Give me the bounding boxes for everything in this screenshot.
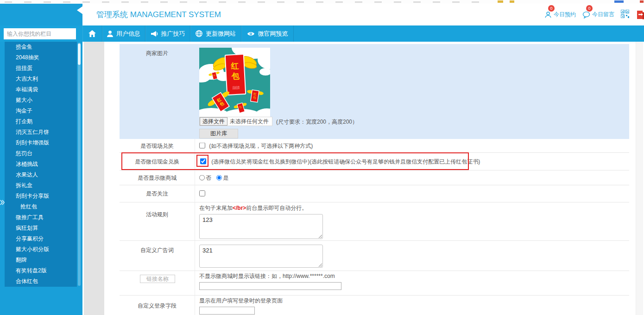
page-scrollbar[interactable] (636, 42, 643, 315)
sidebar-item[interactable]: 刮刮卡增强版 (5, 138, 77, 148)
megaphone-icon (151, 31, 158, 37)
ad-words-textarea[interactable]: 321 (199, 245, 323, 268)
radio-label: 否 (206, 174, 211, 181)
row-activity-rules: 活动规则 在句子末尾加</br>前台显示即可自动分行。 123 (120, 202, 629, 241)
header-bar: 管理系统 MANAGEMENT SYSTEM 0 今日预约 0 今日留言 (82, 4, 644, 25)
nav-update-microsite[interactable]: 更新微网站 (190, 25, 241, 42)
sidebar-item[interactable]: 扭扭蛋 (5, 63, 77, 74)
remnant-mark (510, 0, 514, 3)
sidebar-item[interactable]: 疯狂划算 (5, 223, 77, 233)
sidebar-item[interactable]: 微推广工具 (5, 212, 77, 223)
wechat-cash-checkbox[interactable] (200, 158, 206, 164)
sidebar-item[interactable]: 淘金子 (5, 106, 77, 116)
image-gallery-button[interactable]: 图片库 (199, 129, 238, 139)
sidebar-scrollbar-thumb[interactable] (78, 44, 81, 65)
sidebar-item[interactable]: 大吉大利 (5, 74, 77, 84)
eye-icon (247, 31, 255, 37)
svg-text:囍囍: 囍囍 (232, 86, 240, 90)
follow-checkbox[interactable] (199, 190, 205, 196)
sidebar-item[interactable]: 打企鹅 (5, 116, 77, 127)
sidebar-item[interactable]: 惩罚台 (5, 148, 77, 159)
sidebar-scrollbar-track[interactable] (78, 43, 81, 286)
remnant-text-dashes (5, 1, 486, 3)
row-login-field: 自定义登录字段 显示在用户填写登录时的登录页面 (120, 296, 629, 315)
hint-text: 前台显示即可自动分行。 (246, 205, 307, 211)
link-input[interactable] (199, 282, 341, 290)
user-icon (107, 31, 113, 37)
browser-chrome-remnant (0, 0, 644, 4)
nav-promotion-tips[interactable]: 推广技巧 (145, 25, 190, 42)
field-label: 商家图片 (120, 50, 195, 57)
field-label: 活动规则 (120, 211, 195, 219)
nav-label: 推广技巧 (161, 30, 185, 38)
sidebar-item[interactable]: 刮刮卡分享版 (5, 191, 77, 202)
link-hint: 不显示微商城时显示该链接：如，http://www.******.com (199, 272, 625, 280)
chat-bubble-icon (582, 11, 590, 19)
size-requirement-hint: (尺寸要求：宽度200，高度200） (276, 118, 358, 126)
hint-text: 在句子末尾加 (199, 205, 233, 211)
reservation-badge: 0 (548, 5, 555, 12)
red-envelope-image: 红 包 囍囍 红 红 包 红 (199, 48, 270, 117)
rules-hint: 在句子末尾加</br>前台显示即可自动分行。 (199, 204, 625, 212)
mall-yes-radio[interactable] (216, 175, 222, 180)
sidebar-item-selected[interactable]: 抢红包 (5, 202, 77, 212)
hint-br-tag: </br> (233, 205, 246, 211)
link-name-label-box: 链接名称 (140, 275, 175, 283)
row-wechat-cash: 是否微信现金兑换 (选择微信兑奖将现金红包兑换到微信中)(选此按钮请确保公众号有… (120, 153, 629, 170)
row-need-follow: 是否关注 (120, 185, 629, 202)
settings-form: 商家图片 (120, 44, 629, 315)
globe-icon (196, 30, 202, 37)
sidebar-item[interactable]: 合体红包 (5, 276, 77, 287)
rules-textarea[interactable]: 123 (199, 214, 323, 239)
sidebar-item[interactable]: 2048抽奖 (5, 52, 77, 63)
sidebar-item[interactable]: 消灭五仁月饼 (5, 127, 77, 138)
sidebar-item[interactable]: 冰桶挑战 (5, 159, 77, 170)
qr-code-icon[interactable] (621, 10, 629, 20)
selected-item-arrow-icon (0, 199, 5, 207)
today-reservation-label: 今日预约 (554, 11, 576, 19)
sidebar-menu: 捞金鱼 2048抽奖 扭扭蛋 大吉大利 幸福满袋 赌大小 淘金子 打企鹅 消灭五… (5, 42, 77, 287)
remnant-mark (614, 0, 624, 3)
radio-label: 是 (223, 174, 228, 181)
home-icon (88, 30, 96, 37)
row-ad-words: 自定义广告词 321 (120, 241, 629, 271)
radio-option-yes[interactable]: 是 (216, 174, 228, 181)
merchant-image-preview: 红 包 囍囍 红 红 包 红 (199, 48, 270, 117)
sidebar-item[interactable]: 赌大小积分版 (5, 244, 77, 255)
row-show-mall: 是否显示微商城 否 是 (120, 170, 629, 185)
page-title: 管理系统 MANAGEMENT SYSTEM (96, 9, 221, 20)
svg-text:包: 包 (231, 72, 240, 81)
svg-text:红: 红 (253, 92, 257, 96)
file-input[interactable]: 选择文件 未选择任何文件 (199, 117, 272, 126)
nav-user-info[interactable]: 用户信息 (102, 25, 145, 42)
login-field-hint: 显示在用户填写登录时的登录页面 (199, 297, 625, 305)
sidebar-item[interactable]: 有奖转盘2版 (5, 265, 77, 276)
mall-no-radio[interactable] (199, 175, 205, 180)
sidebar-item[interactable]: 幸福满袋 (5, 84, 77, 95)
choose-file-button[interactable]: 选择文件 (200, 117, 227, 126)
onsite-redeem-checkbox[interactable] (199, 142, 205, 148)
search-input[interactable] (4, 31, 81, 37)
nav-microsite-preview[interactable]: 微官网预览 (241, 25, 294, 42)
today-message-button[interactable]: 0 今日留言 (582, 11, 614, 19)
radio-option-no[interactable]: 否 (199, 174, 211, 181)
sidebar-item[interactable]: 拆礼盒 (5, 180, 77, 191)
sidebar-item[interactable]: 分享赢积分 (5, 233, 77, 244)
today-reservation-button[interactable]: 0 今日预约 (544, 11, 576, 19)
sidebar-item[interactable]: 翻牌 (5, 255, 77, 265)
field-label: 自定义登录字段 (120, 302, 195, 310)
field-label: 是否关注 (120, 190, 195, 198)
logout-exit-icon[interactable] (637, 10, 644, 19)
sidebar-search (4, 28, 76, 39)
nav-label: 更新微网站 (206, 30, 236, 38)
nav-home[interactable] (82, 25, 102, 42)
svg-text:红: 红 (230, 62, 239, 71)
sidebar-item[interactable]: 赌大小 (5, 95, 77, 106)
main-nav: 用户信息 推广技巧 更新微网站 微官网预览 (82, 25, 644, 42)
sidebar-item[interactable]: 捞金鱼 (5, 42, 77, 52)
no-file-text: 未选择任何文件 (227, 118, 269, 126)
row-link-name: 链接名称 不显示微商城时显示该链接：如，http://www.******.co… (120, 271, 629, 296)
login-field-input[interactable] (199, 307, 255, 315)
sidebar-item[interactable]: 水果达人 (5, 170, 77, 180)
onsite-redeem-hint: (如不选择现场兑现，可选择以下两种方式) (209, 142, 313, 149)
